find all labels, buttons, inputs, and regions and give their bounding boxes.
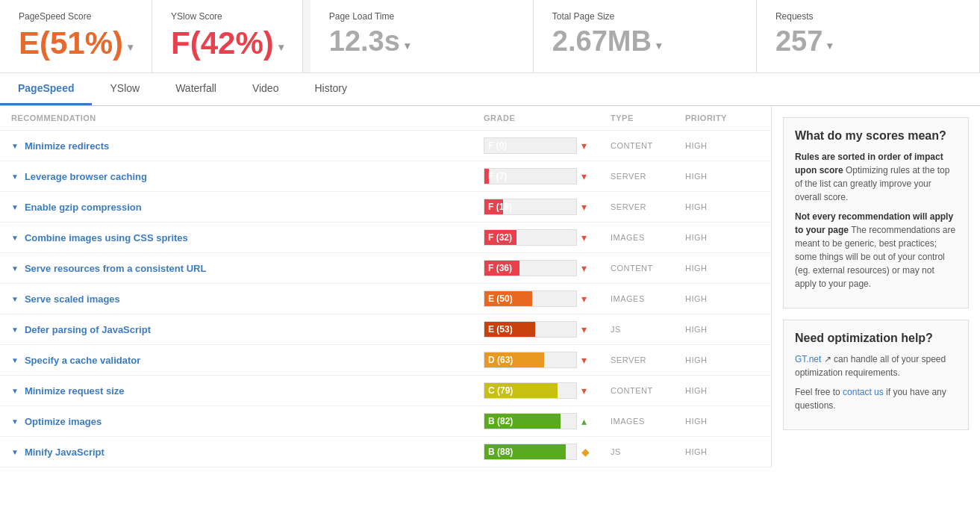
rec-name[interactable]: Minimize request size — [25, 385, 125, 397]
type-cell: SERVER — [611, 172, 685, 181]
rec-name[interactable]: Leverage browser caching — [25, 171, 147, 182]
grade-label: E (53) — [484, 324, 513, 335]
tab-pagespeed[interactable]: PageSpeed — [0, 73, 92, 105]
pageload-value: 12.3s ▾ — [329, 25, 514, 58]
rec-name[interactable]: Serve resources from a consistent URL — [25, 263, 206, 274]
requests-arrow[interactable]: ▾ — [827, 40, 832, 52]
score-separator — [303, 0, 310, 72]
rec-name[interactable]: Serve scaled images — [25, 293, 120, 305]
priority-cell: HIGH — [685, 202, 760, 211]
expand-arrow[interactable]: ▼ — [11, 173, 19, 181]
expand-arrow[interactable]: ▼ — [11, 203, 19, 211]
priority-cell: HIGH — [685, 233, 760, 242]
pagespeed-grade: E(51%) — [19, 25, 123, 61]
requests-title: Requests — [775, 11, 961, 22]
pagespeed-arrow[interactable]: ▾ — [128, 41, 133, 53]
rec-name[interactable]: Specify a cache validator — [25, 355, 140, 366]
ext-icon: ↗ — [824, 354, 831, 364]
grade-label: F (0) — [484, 140, 507, 151]
priority-cell: HIGH — [685, 294, 760, 303]
grade-bar-outer: F (18) — [484, 199, 577, 215]
rec-name[interactable]: Defer parsing of JavaScript — [25, 324, 151, 335]
grade-bar-outer: F (7) — [484, 168, 577, 184]
grade-bar-outer: E (50) — [484, 290, 577, 307]
type-cell: SERVER — [611, 355, 685, 364]
expand-arrow[interactable]: ▼ — [11, 326, 19, 334]
priority-cell: HIGH — [685, 141, 760, 150]
grade-bar-container: F (0) ▾ — [484, 137, 611, 154]
grade-bar-container: E (50) ▾ — [484, 290, 611, 307]
sidebar: What do my scores mean? Rules are sorted… — [771, 106, 980, 467]
yslow-grade: F(42%) — [171, 25, 274, 61]
sidebar-box1-p2: Not every recommendation will apply to y… — [795, 210, 957, 290]
sidebar-box2-p2start: Feel free to — [795, 387, 843, 397]
priority-cell: HIGH — [685, 386, 760, 395]
grade-arrow-down: ▾ — [581, 385, 587, 397]
expand-arrow[interactable]: ▼ — [11, 142, 19, 150]
totalsize-value: 2.67MB ▾ — [552, 25, 737, 58]
yslow-arrow[interactable]: ▾ — [278, 41, 284, 53]
grade-bar-outer: C (79) — [484, 382, 577, 399]
rec-name[interactable]: Minimize redirects — [25, 140, 109, 152]
expand-arrow[interactable]: ▼ — [11, 356, 19, 364]
expand-arrow[interactable]: ▼ — [11, 387, 19, 395]
col-priority: PRIORITY — [685, 114, 760, 122]
grade-bar-container: B (88) ◆ — [484, 444, 611, 460]
grade-arrow-down: ▾ — [581, 354, 587, 366]
table-row: ▼ Defer parsing of JavaScript E (53) ▾ J… — [0, 314, 771, 345]
rec-cell: ▼ Combine images using CSS sprites — [11, 232, 484, 243]
tab-waterfall[interactable]: Waterfall — [157, 73, 234, 105]
grade-bar-outer: F (0) — [484, 137, 577, 154]
sidebar-box2-p2: Feel free to contact us if you have any … — [795, 385, 957, 412]
priority-cell: HIGH — [685, 417, 760, 426]
grade-label: D (63) — [484, 355, 513, 365]
type-cell: JS — [611, 325, 685, 334]
totalsize-arrow[interactable]: ▾ — [656, 40, 661, 52]
expand-arrow[interactable]: ▼ — [11, 295, 19, 303]
rec-cell: ▼ Specify a cache validator — [11, 355, 484, 366]
table-header-row: RECOMMENDATION GRADE TYPE PRIORITY — [0, 106, 771, 131]
grade-bar-outer: D (63) — [484, 352, 577, 368]
table-row: ▼ Minimize request size C (79) ▾ CONTENT… — [0, 376, 771, 406]
col-type: TYPE — [611, 114, 685, 122]
tab-history[interactable]: History — [296, 73, 365, 105]
tab-video[interactable]: Video — [234, 73, 297, 105]
type-cell: CONTENT — [611, 141, 685, 150]
grade-arrow-down: ▾ — [581, 232, 587, 243]
grade-arrow-down: ▾ — [581, 140, 587, 152]
grade-bar-container: F (36) ▾ — [484, 260, 611, 276]
rec-name[interactable]: Combine images using CSS sprites — [25, 232, 188, 243]
grade-arrow-down: ▾ — [581, 201, 587, 213]
rec-cell: ▼ Enable gzip compression — [11, 202, 484, 213]
expand-arrow[interactable]: ▼ — [11, 448, 19, 456]
gtnet-link[interactable]: GT.net — [795, 354, 821, 364]
rec-cell: ▼ Serve scaled images — [11, 293, 484, 305]
pageload-block: Page Load Time 12.3s ▾ — [310, 0, 534, 72]
requests-number: 257 — [775, 25, 823, 58]
yslow-score-block: YSlow Score F(42%) ▾ — [152, 0, 303, 72]
tabs-bar: PageSpeed YSlow Waterfall Video History — [0, 73, 980, 106]
grade-label: B (88) — [484, 447, 513, 457]
pageload-title: Page Load Time — [329, 11, 514, 22]
rec-name[interactable]: Enable gzip compression — [25, 202, 142, 213]
table-row: ▼ Serve resources from a consistent URL … — [0, 253, 771, 284]
contact-us-link[interactable]: contact us — [843, 387, 884, 397]
type-cell: CONTENT — [611, 264, 685, 273]
expand-arrow[interactable]: ▼ — [11, 264, 19, 273]
yslow-title: YSlow Score — [171, 11, 284, 22]
sidebar-box2-title: Need optimization help? — [795, 332, 957, 345]
rec-name[interactable]: Optimize images — [25, 416, 102, 427]
grade-arrow-up: ▴ — [581, 415, 587, 427]
rec-cell: ▼ Minify JavaScript — [11, 447, 484, 458]
pageload-arrow[interactable]: ▾ — [405, 40, 410, 52]
expand-arrow[interactable]: ▼ — [11, 417, 19, 426]
grade-label: F (18) — [484, 202, 512, 212]
grade-bar-outer: B (88) — [484, 444, 577, 460]
grade-bar-outer: E (53) — [484, 321, 577, 338]
rec-cell: ▼ Minimize redirects — [11, 140, 484, 152]
grade-bar-container: F (7) ▾ — [484, 168, 611, 184]
expand-arrow[interactable]: ▼ — [11, 234, 19, 242]
tab-yslow[interactable]: YSlow — [92, 73, 157, 105]
grade-bar-container: D (63) ▾ — [484, 352, 611, 368]
rec-name[interactable]: Minify JavaScript — [25, 447, 104, 458]
